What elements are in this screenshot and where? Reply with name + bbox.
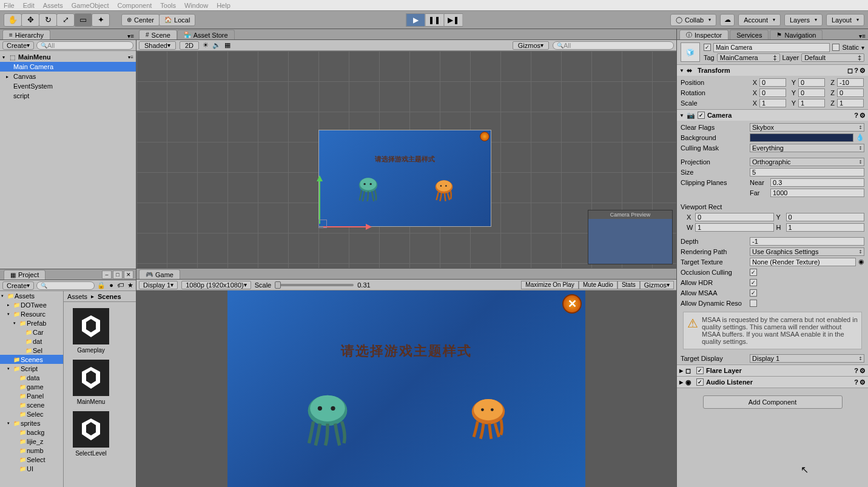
reset-icon[interactable]: ◻ [847,67,853,75]
scene-search[interactable]: 🔍All [553,41,674,50]
help-icon[interactable]: ? [854,112,858,119]
hierarchy-item-script[interactable]: script [0,91,136,101]
menu-window[interactable]: Window [184,2,208,9]
hierarchy-create[interactable]: Create ▾ [2,41,34,50]
help-icon[interactable]: ? [854,367,858,375]
hierarchy-search[interactable]: 🔍All [36,41,133,50]
depth[interactable]: -1 [750,237,864,246]
hierarchy-item-canvas[interactable]: ▸Canvas [0,72,136,81]
project-close[interactable]: ✕ [124,270,133,279]
game-gizmos-toggle[interactable]: Gizmos ▾ [640,281,674,289]
project-create[interactable]: Create ▾ [2,281,34,290]
static-checkbox[interactable] [832,44,839,51]
inspector-tab[interactable]: ⓘ Inspector [679,30,728,39]
rect-tool[interactable]: ▭ [74,13,92,27]
pos-x[interactable]: 0 [759,78,786,87]
hierarchy-item-camera[interactable]: Main Camera [0,62,136,72]
project-tree-row[interactable]: ▾📁Prefab [0,318,63,327]
rendering-path[interactable]: Use Graphics Settings [750,247,864,256]
rot-y[interactable]: 0 [798,89,825,97]
rot-z[interactable]: 0 [837,89,864,97]
vrect-y[interactable]: 0 [786,213,865,221]
gear-icon[interactable]: ⚙ [860,378,866,386]
audio-enabled[interactable]: ✓ [696,378,704,386]
target-display[interactable]: Display 1 [750,354,864,363]
hierarchy-tab[interactable]: ≡ Hierarchy [2,30,50,39]
game-tab[interactable]: 🎮 Game [139,269,180,279]
inspector-menu-icon[interactable]: ▾≡ [859,33,866,39]
project-tree-row[interactable]: 📁data [0,373,63,382]
tag-dropdown[interactable]: MainCamera‡ [717,53,780,62]
hierarchy-item-eventsystem[interactable]: EventSystem [0,81,136,91]
project-search[interactable]: 🔍 [36,281,95,290]
pivot-center[interactable]: ⊕ Center [121,14,160,26]
vrect-w[interactable]: 1 [695,223,774,232]
target-texture[interactable]: None (Render Texture) [750,258,856,266]
gameobject-name-field[interactable] [713,43,830,52]
allow-msaa[interactable]: ✓ [750,289,757,297]
cloud-icon[interactable]: ☁ [720,14,735,26]
display-dropdown[interactable]: Display 1 ▾ [139,281,178,289]
scale-slider[interactable] [275,284,354,286]
occlusion-culling[interactable]: ✓ [750,269,757,276]
object-picker-icon[interactable]: ◉ [858,258,864,266]
filter-type-icon[interactable]: ● [109,281,113,289]
2d-toggle[interactable]: 2D [180,41,199,50]
step-button[interactable]: ▶❚ [443,13,463,27]
project-breadcrumb[interactable]: Assets ▸ Scenes [64,291,136,302]
eyedropper-icon[interactable]: 💧 [856,133,864,142]
rotate-tool[interactable]: ↻ [39,13,57,27]
gear-icon[interactable]: ⚙ [860,67,866,75]
project-tree[interactable]: ▾📁Assets▸📁DOTwee▾📁Resourc▾📁Prefab📁Car📁da… [0,291,64,487]
scl-y[interactable]: 1 [798,99,825,107]
play-button[interactable]: ▶ [406,13,425,27]
vrect-x[interactable]: 0 [695,213,774,221]
project-item[interactable]: Gameplay [70,308,112,354]
project-tree-row[interactable]: 📁Scenes [0,355,63,364]
active-checkbox[interactable]: ✓ [704,44,711,51]
camera-enabled[interactable]: ✓ [698,112,705,119]
project-tree-row[interactable]: ▸📁DOTwee [0,300,63,309]
menubar[interactable]: File Edit Assets GameObject Component To… [0,0,868,11]
navigation-tab[interactable]: ⚑ Navigation [770,30,823,39]
fx-icon[interactable]: ▦ [224,41,230,49]
project-tree-row[interactable]: 📁dat [0,337,63,346]
layout-dropdown[interactable]: Layout [826,14,864,26]
layer-dropdown[interactable]: Default‡ [801,53,864,62]
scl-x[interactable]: 1 [759,99,786,107]
menu-edit[interactable]: Edit [23,2,35,9]
scene-viewport[interactable]: 请选择游戏主题样式 Camera Preview [136,51,676,268]
light-icon[interactable]: ☀ [203,41,209,49]
projection[interactable]: Orthographic [750,158,864,166]
project-tree-row[interactable]: 📁Select [0,455,63,464]
pause-button[interactable]: ❚❚ [425,13,444,27]
project-tree-row[interactable]: 📁Car [0,327,63,337]
asset-store-tab[interactable]: 🏪 Asset Store [177,30,235,39]
pos-y[interactable]: 0 [798,78,825,87]
pivot-local[interactable]: 🏠 Local [159,14,195,26]
layers-dropdown[interactable]: Layers [784,14,823,26]
gizmos-dropdown[interactable]: Gizmos ▾ [513,41,549,50]
project-tree-row[interactable]: ▾📁Script [0,364,63,373]
background-color[interactable] [750,133,853,142]
allow-hdr[interactable]: ✓ [750,279,757,286]
project-max[interactable]: □ [113,270,123,279]
ortho-size[interactable]: 5 [750,168,864,176]
services-tab[interactable]: Services [730,30,769,39]
project-item[interactable]: MainMenu [70,360,112,405]
hierarchy-scene[interactable]: ▾⬚MainMenu▾≡ [0,52,136,62]
project-tree-row[interactable]: 📁Selec [0,409,63,418]
menu-file[interactable]: File [4,2,15,9]
hierarchy-menu-icon[interactable]: ▾≡ [127,33,134,39]
maximize-toggle[interactable]: Maximize On Play [521,281,579,289]
gear-icon[interactable]: ⚙ [860,112,866,119]
add-component-button[interactable]: Add Component [703,395,843,409]
project-tab[interactable]: ▦ Project [4,270,45,280]
project-tree-row[interactable]: ▾📁sprites [0,418,63,428]
move-tool[interactable]: ✥ [21,13,39,27]
culling-mask[interactable]: Everything [750,144,864,152]
allow-dynamic-reso[interactable] [750,300,757,307]
project-tree-row[interactable]: 📁backg [0,428,63,437]
project-tree-row[interactable]: 📁game [0,382,63,391]
resolution-dropdown[interactable]: 1080p (1920x1080) ▾ [181,281,251,289]
